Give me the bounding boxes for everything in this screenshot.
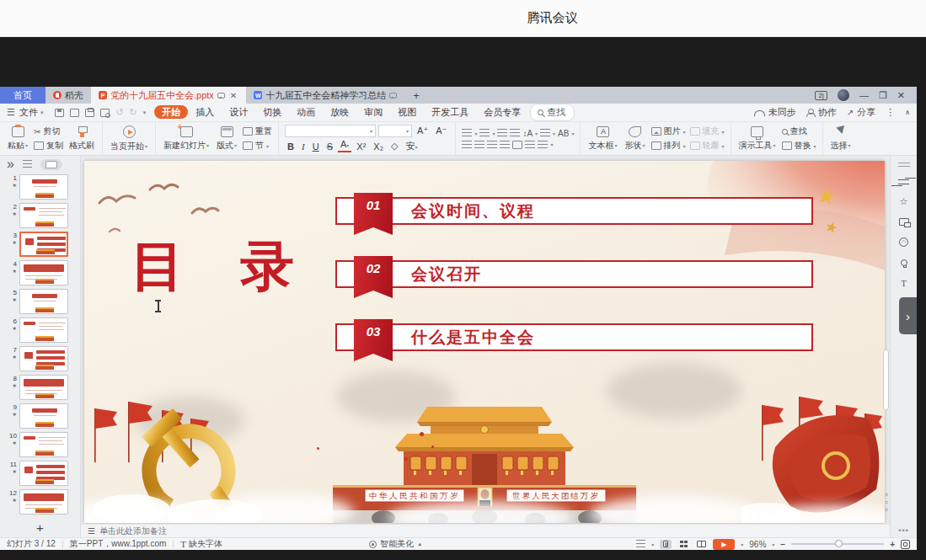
menu-item-会员专享[interactable]: 会员专享 [476, 105, 528, 119]
minimize-button[interactable]: — [859, 90, 869, 100]
font-name-select[interactable]: ▾ [285, 125, 376, 137]
panel-drag-handle[interactable] [898, 163, 910, 167]
notes-bar[interactable]: ☰ 单击此处添加备注 [81, 524, 890, 537]
new-tab-button[interactable]: + [404, 87, 428, 104]
slide-thumbnail-6[interactable]: 6★ [5, 317, 80, 343]
undo-icon[interactable]: ↺ [115, 107, 123, 118]
numbering2-icon[interactable] [525, 141, 535, 149]
print-preview-icon[interactable] [100, 109, 110, 117]
user-avatar[interactable] [838, 89, 849, 101]
slide-canvas[interactable]: ★ ★ [84, 161, 885, 523]
textbox-button[interactable]: 文本框▾ [586, 126, 618, 152]
arrange-button[interactable]: 排列▾ [651, 140, 686, 152]
picture-button[interactable]: 图片▾ [651, 125, 686, 137]
align-right-icon[interactable] [487, 141, 497, 149]
hamburger-icon[interactable]: ☰ [7, 107, 14, 118]
reading-view-button[interactable] [695, 540, 707, 549]
collapse-panel-icon[interactable]: » [7, 157, 14, 172]
print-icon[interactable] [85, 109, 94, 117]
bold-button[interactable]: B [285, 141, 297, 152]
find-menu-pill[interactable]: 查找 [530, 104, 575, 121]
close-button[interactable]: ✕ [897, 90, 905, 101]
slide-layout-icon[interactable] [898, 216, 910, 227]
underline-button[interactable]: U [310, 141, 322, 152]
share-button[interactable]: ↗分享 [847, 106, 875, 119]
slide-thumbnail-3[interactable]: 3★ [5, 232, 80, 257]
align-center-icon[interactable] [474, 141, 484, 149]
slide-thumbnail-1[interactable]: 1★ [5, 174, 80, 200]
slide-thumbnail-10[interactable]: 10★ [5, 432, 80, 457]
zoom-level[interactable]: 96% [749, 540, 766, 549]
replace-button[interactable]: 替换▾ [782, 140, 816, 152]
cut-button[interactable]: ✂剪切 [34, 125, 63, 137]
play-options-icon[interactable]: ▾ [741, 541, 743, 547]
play-current-slide-button[interactable]: 当页开始▾ [109, 125, 149, 152]
subscript-button[interactable]: X₂ [371, 141, 386, 152]
font-size-select[interactable]: ▾ [378, 125, 412, 137]
tab-presentation-active[interactable]: P 党的十九届五中全会.pptx ✕ [91, 87, 246, 104]
slide-thumbnail-7[interactable]: 7★ [5, 346, 80, 371]
menu-item-开发工具[interactable]: 开发工具 [424, 105, 476, 119]
slide-thumbnail-8[interactable]: 8★ [5, 375, 80, 400]
increase-indent-icon[interactable] [510, 129, 520, 137]
menu-item-动画[interactable]: 动画 [289, 105, 323, 119]
strikethrough-button[interactable]: S [324, 141, 335, 152]
file-menu[interactable]: 文件▾ [16, 106, 47, 119]
menu-item-切换[interactable]: 切换 [255, 105, 289, 119]
properties-sliders-icon[interactable] [898, 176, 910, 187]
slide-thumbnail-2[interactable]: 2★ [5, 203, 80, 228]
select-button[interactable]: 选择▾ [829, 126, 853, 152]
zoom-out-button[interactable]: − [780, 540, 785, 549]
vertical-align-icon[interactable] [538, 141, 548, 149]
collaborate-button[interactable]: 协作 [806, 106, 837, 119]
section-button[interactable]: 节▾ [243, 140, 272, 152]
tips-bulb-icon[interactable] [898, 257, 910, 268]
align-left-icon[interactable] [462, 141, 472, 149]
highlight-icon[interactable]: ◇ [388, 141, 400, 152]
slide-thumbnail-12[interactable]: 12★ [5, 489, 80, 515]
superscript-button[interactable]: X² [354, 141, 368, 152]
layout-button[interactable]: 版式▾ [215, 126, 238, 152]
animation-star-icon[interactable]: ☆ [898, 196, 910, 207]
menu-item-设计[interactable]: 设计 [222, 105, 255, 119]
redo-icon[interactable]: ↻ [130, 107, 137, 118]
expand-panel-chevron[interactable]: › [899, 297, 917, 334]
restore-button[interactable]: ❐ [879, 90, 887, 101]
slide-view-toggle[interactable] [40, 159, 62, 170]
slide-thumbnail-5[interactable]: 5★ [5, 289, 80, 314]
window-count-badge[interactable]: 2| [815, 91, 827, 100]
sync-status[interactable]: 未同步 [754, 106, 796, 119]
zoom-slider[interactable] [791, 543, 884, 545]
slide-thumbnail-9[interactable]: 9★ [5, 403, 80, 429]
format-painter-button[interactable]: 格式刷 [67, 126, 96, 152]
smart-beautify-button[interactable]: 智能美化 ▲ [369, 538, 422, 550]
reset-button[interactable]: 重置 [243, 125, 272, 137]
tab-docer[interactable]: 稻壳 [45, 87, 91, 104]
comment-bubble-icon[interactable] [217, 93, 225, 99]
menu-item-开始[interactable]: 开始 [154, 105, 188, 119]
tab-close-icon[interactable]: ✕ [228, 91, 238, 100]
slide-sorter-view-button[interactable] [677, 540, 689, 549]
phonetic-guide-button[interactable]: 安▾ [403, 140, 420, 152]
number-list-icon[interactable] [479, 129, 490, 137]
justify-icon[interactable] [500, 141, 510, 149]
missing-font-warning[interactable]: T 缺失字体 [180, 538, 222, 550]
customize-quickbar-icon[interactable]: ▾ [143, 109, 147, 116]
decrease-font-icon[interactable]: A⁻ [433, 125, 449, 136]
slide-thumbnail-4[interactable]: 4★ [5, 260, 80, 285]
font-color-button[interactable]: A▾ [338, 140, 351, 152]
export-icon[interactable] [70, 109, 79, 117]
save-icon[interactable] [55, 109, 64, 117]
copy-button[interactable]: 复制 [34, 140, 63, 152]
outline-view-icon[interactable] [23, 160, 32, 168]
slide-thumbnail-11[interactable]: 11★ [5, 461, 80, 486]
zoom-slider-knob[interactable] [835, 540, 843, 547]
decrease-indent-icon[interactable] [497, 129, 507, 137]
increase-font-icon[interactable]: A⁺ [415, 125, 431, 136]
collapse-ribbon-icon[interactable]: ∧ [905, 109, 910, 116]
present-tools-button[interactable]: 演示工具▾ [737, 126, 778, 152]
add-slide-button[interactable]: + [0, 517, 80, 537]
slideshow-play-button[interactable]: ▶ [713, 539, 735, 550]
paste-button[interactable]: 粘贴▾ [6, 126, 29, 152]
tab-writer-doc[interactable]: W 十九届五中全会精神学习总结 [246, 87, 404, 104]
